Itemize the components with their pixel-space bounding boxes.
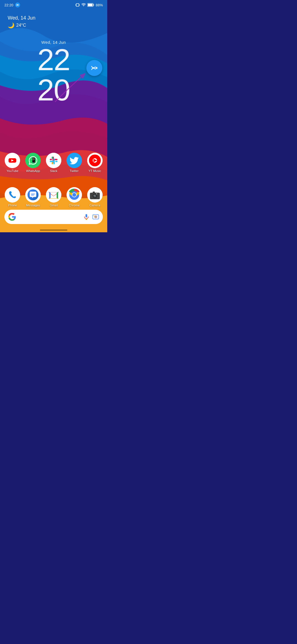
whatsapp-label: WhatsApp bbox=[26, 169, 40, 173]
svg-rect-25 bbox=[52, 162, 53, 164]
app-item-phone[interactable]: Phone bbox=[3, 187, 22, 207]
app-item-camera[interactable]: Camera bbox=[85, 187, 105, 207]
app-item-slack[interactable]: Slack bbox=[44, 153, 63, 173]
weather-temp: 🌙 24°C bbox=[8, 22, 35, 29]
app-row-2: Phone Messages bbox=[0, 187, 107, 207]
shazam-status-icon bbox=[15, 2, 20, 7]
svg-rect-63 bbox=[94, 215, 94, 216]
svg-rect-36 bbox=[31, 195, 34, 195]
twitter-label: Twitter bbox=[70, 169, 79, 173]
battery-icon bbox=[87, 3, 94, 7]
messages-icon bbox=[25, 187, 41, 203]
status-time: 22:20 bbox=[4, 3, 13, 7]
svg-rect-6 bbox=[93, 4, 94, 6]
vibrate-icon bbox=[75, 3, 80, 7]
lens-icon[interactable] bbox=[92, 214, 99, 220]
svg-point-32 bbox=[5, 187, 20, 203]
svg-rect-55 bbox=[93, 192, 95, 193]
weather-date: Wed, 14 Jun bbox=[8, 15, 35, 21]
svg-rect-2 bbox=[76, 4, 79, 6]
google-logo bbox=[8, 213, 16, 221]
phone-label: Phone bbox=[8, 204, 17, 207]
chrome-label: Chrome bbox=[69, 204, 79, 207]
svg-text:📱: 📱 bbox=[31, 157, 37, 163]
weather-widget: Wed, 14 Jun 🌙 24°C bbox=[8, 15, 35, 29]
youtube-icon bbox=[5, 153, 20, 168]
app-item-messages[interactable]: Messages bbox=[23, 187, 43, 207]
search-icons bbox=[83, 214, 99, 220]
gmail-label: Gmail bbox=[50, 204, 58, 207]
svg-rect-57 bbox=[86, 214, 87, 217]
status-left: 22:20 bbox=[4, 2, 20, 7]
svg-rect-22 bbox=[53, 160, 55, 164]
chrome-icon bbox=[67, 187, 82, 203]
app-item-twitter[interactable]: Twitter bbox=[65, 153, 84, 173]
gmail-icon bbox=[46, 187, 61, 203]
wifi-icon bbox=[81, 3, 86, 7]
slack-label: Slack bbox=[50, 169, 57, 173]
svg-rect-3 bbox=[76, 4, 76, 6]
svg-point-48 bbox=[72, 193, 76, 197]
home-indicator bbox=[40, 230, 67, 231]
temperature: 24°C bbox=[16, 23, 26, 28]
microphone-icon[interactable] bbox=[83, 214, 90, 220]
svg-rect-56 bbox=[96, 193, 97, 194]
camera-icon bbox=[87, 187, 103, 203]
svg-rect-43 bbox=[49, 193, 51, 198]
svg-rect-20 bbox=[55, 161, 57, 162]
battery-percent: 88% bbox=[96, 3, 103, 7]
app-item-chrome[interactable]: Chrome bbox=[65, 187, 84, 207]
youtube-label: YouTube bbox=[7, 169, 18, 173]
svg-rect-24 bbox=[52, 157, 53, 159]
svg-point-54 bbox=[94, 195, 94, 196]
shazam-arrow bbox=[52, 72, 85, 105]
messages-label: Messages bbox=[26, 204, 40, 207]
app-item-ytmusic[interactable]: YT Music bbox=[85, 153, 105, 173]
app-item-whatsapp[interactable]: 📱 WhatsApp bbox=[23, 153, 43, 173]
svg-rect-35 bbox=[31, 194, 35, 194]
camera-label: Camera bbox=[89, 204, 100, 207]
svg-rect-23 bbox=[53, 159, 55, 160]
search-bar[interactable] bbox=[4, 210, 103, 224]
whatsapp-icon: 📱 bbox=[25, 153, 41, 168]
shazam-fab[interactable] bbox=[86, 60, 102, 76]
ytmusic-icon bbox=[87, 153, 103, 168]
app-item-gmail[interactable]: Gmail bbox=[44, 187, 63, 207]
status-bar: 22:20 88% bbox=[0, 0, 107, 10]
svg-point-62 bbox=[95, 216, 96, 217]
ytmusic-label: YT Music bbox=[89, 169, 101, 173]
slack-icon bbox=[46, 153, 61, 168]
phone-icon bbox=[5, 187, 20, 203]
shazam-fab-icon bbox=[89, 63, 99, 73]
app-row-1: YouTube 📱 WhatsApp bbox=[0, 153, 107, 173]
status-right: 88% bbox=[75, 3, 103, 7]
svg-rect-7 bbox=[88, 4, 92, 6]
svg-rect-44 bbox=[57, 193, 58, 198]
twitter-icon bbox=[67, 153, 82, 168]
app-item-youtube[interactable]: YouTube bbox=[3, 153, 22, 173]
svg-rect-4 bbox=[79, 4, 79, 6]
svg-point-1 bbox=[15, 2, 20, 7]
svg-rect-16 bbox=[50, 159, 52, 160]
